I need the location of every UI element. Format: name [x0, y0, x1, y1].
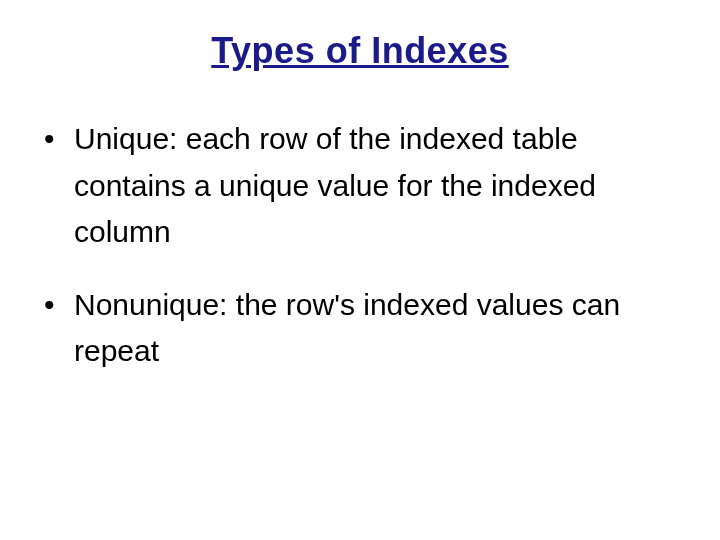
- bullet-list: Unique: each row of the indexed table co…: [40, 116, 680, 375]
- list-item: Nonunique: the row's indexed values can …: [44, 282, 680, 375]
- list-item: Unique: each row of the indexed table co…: [44, 116, 680, 256]
- slide: Types of Indexes Unique: each row of the…: [0, 0, 720, 540]
- slide-title: Types of Indexes: [40, 30, 680, 72]
